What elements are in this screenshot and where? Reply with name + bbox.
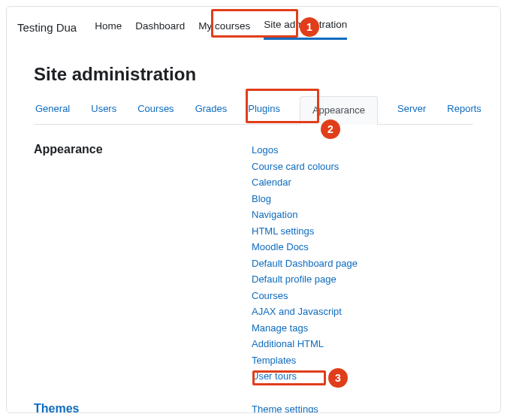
nav-site-administration[interactable]: Site administration bbox=[264, 14, 347, 40]
section-title-themes[interactable]: Themes bbox=[34, 402, 237, 414]
page-card: Testing Dua Home Dashboard My courses Si… bbox=[6, 6, 501, 413]
themes-links: Theme settings Theme selector Boost Clas… bbox=[252, 402, 319, 414]
admin-tabs: General Users Courses Grades Plugins App… bbox=[34, 95, 473, 125]
link-courses[interactable]: Courses bbox=[252, 289, 358, 304]
page-title: Site administration bbox=[34, 64, 473, 85]
tab-courses[interactable]: Courses bbox=[136, 95, 175, 124]
tab-reports[interactable]: Reports bbox=[445, 95, 483, 124]
appearance-links: Logos Course card colours Calendar Blog … bbox=[252, 143, 358, 384]
top-nav: Testing Dua Home Dashboard My courses Si… bbox=[7, 7, 500, 47]
link-default-profile[interactable]: Default profile page bbox=[252, 272, 358, 287]
link-calendar[interactable]: Calendar bbox=[252, 175, 358, 190]
link-additional-html[interactable]: Additional HTML bbox=[252, 337, 358, 352]
tab-plugins[interactable]: Plugins bbox=[246, 95, 282, 124]
link-blog[interactable]: Blog bbox=[252, 192, 358, 207]
section-themes: Themes Theme settings Theme selector Boo… bbox=[34, 402, 473, 414]
link-navigation[interactable]: Navigation bbox=[252, 207, 358, 222]
content-area: Site administration General Users Course… bbox=[7, 47, 500, 413]
link-manage-tags[interactable]: Manage tags bbox=[252, 321, 358, 336]
tab-appearance[interactable]: Appearance bbox=[300, 96, 378, 125]
link-course-card-colours[interactable]: Course card colours bbox=[252, 159, 358, 174]
tab-users[interactable]: Users bbox=[89, 95, 118, 124]
site-brand: Testing Dua bbox=[17, 21, 77, 34]
nav-dashboard[interactable]: Dashboard bbox=[135, 16, 185, 39]
nav-my-courses[interactable]: My courses bbox=[198, 16, 250, 39]
tab-general[interactable]: General bbox=[34, 95, 71, 124]
nav-home[interactable]: Home bbox=[95, 16, 122, 39]
link-theme-settings[interactable]: Theme settings bbox=[252, 402, 319, 414]
link-templates[interactable]: Templates bbox=[252, 353, 358, 368]
section-title-appearance: Appearance bbox=[34, 143, 237, 384]
link-ajax-js[interactable]: AJAX and Javascript bbox=[252, 304, 358, 319]
link-html-settings[interactable]: HTML settings bbox=[252, 224, 358, 239]
link-moodle-docs[interactable]: Moodle Docs bbox=[252, 240, 358, 255]
tab-server[interactable]: Server bbox=[396, 95, 427, 124]
link-default-dashboard[interactable]: Default Dashboard page bbox=[252, 256, 358, 271]
section-appearance: Appearance Logos Course card colours Cal… bbox=[34, 143, 473, 384]
tab-grades[interactable]: Grades bbox=[194, 95, 229, 124]
link-user-tours[interactable]: User tours bbox=[252, 369, 358, 384]
link-logos[interactable]: Logos bbox=[252, 143, 358, 158]
